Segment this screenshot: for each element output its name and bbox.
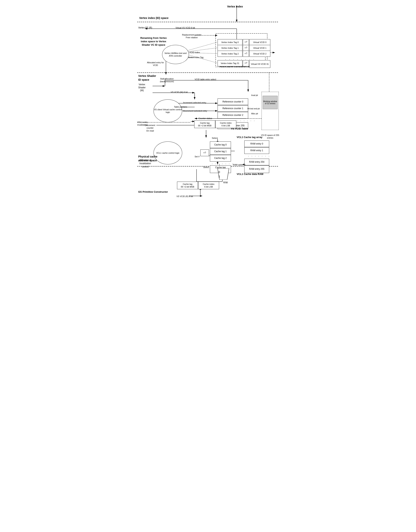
vertex-index-tag-0: Vertex Index Tag 0 bbox=[217, 39, 242, 45]
select-upper-label: Select bbox=[212, 137, 218, 139]
atb-dots: . . . . . . . . bbox=[225, 57, 255, 60]
vs-client-oval: VS client Virtual cache control logic bbox=[153, 99, 182, 122]
vertex-fe-r-label: Vertex FE (R) bbox=[138, 26, 152, 29]
vertex-hit-miss-oval: Vertex Hit/Miss test and ATB controller bbox=[162, 45, 189, 64]
ram-address-label: RAM address bbox=[233, 163, 246, 166]
ref-counter-2: Reference counter 2 bbox=[217, 112, 248, 119]
vertex-index-space-title: Vertex index (ID) space bbox=[139, 16, 169, 20]
ref-counter-0: Reference counter 0 bbox=[217, 98, 248, 105]
increment-label: Increment selected entry bbox=[183, 101, 206, 104]
set-number-label: Set # bbox=[195, 155, 199, 158]
eq-comparator-2: =? bbox=[243, 51, 249, 57]
virtual-vcid-0: Virtual VCID 0 bbox=[249, 39, 270, 45]
vertex-index-tag-31: Vertex Index Tag 31 bbox=[217, 60, 242, 66]
vcl1-cache-tag-array-title: VCL1 Cache tag array bbox=[237, 136, 262, 139]
cache-tag-1-box: Cache tag 1 bbox=[210, 148, 231, 155]
ram-entry-255-box: RAM entry 255 bbox=[244, 165, 269, 173]
eq-comparator-cache: =? bbox=[200, 150, 209, 156]
cache-tag-box-upper: Cache tag00 +2-bit MSB bbox=[194, 120, 215, 128]
eq-comparator-31: =? bbox=[243, 60, 249, 66]
vertex-index-tag-1: Vertex Index Tag 1 bbox=[217, 45, 242, 51]
eq-comparator-0: =? bbox=[243, 39, 249, 45]
vertex-shader-w-label: VertexShader(W) bbox=[138, 83, 146, 92]
vcl1-cache-control-oval: VCL1 cache control logic bbox=[153, 142, 182, 164]
table-pointers-label: Table pointers bbox=[174, 105, 187, 108]
eq-comparator-1: =? bbox=[243, 45, 249, 51]
svg-text:1: 1 bbox=[218, 175, 220, 178]
cache-tag-box-lower: Cache tag00 +2-bit MSB bbox=[177, 182, 198, 189]
working-window: Working window of 32 entries bbox=[263, 96, 278, 109]
vs-id-space-title: Vertex ShaderID space bbox=[138, 74, 156, 82]
alloc-ptr-label: Alloc ptr bbox=[251, 113, 258, 115]
ref-counter-1: Reference counter 1 bbox=[217, 105, 248, 112]
decrement-label: Decrement selected entry bbox=[183, 110, 207, 112]
cache-tag-dots: . . . . . . . bbox=[212, 162, 234, 165]
allocated-entry-label: Allocated entry for VCID bbox=[146, 61, 165, 67]
vs-id-space-label: VS ID space of 255 entries bbox=[260, 134, 281, 139]
vertex-index-tag-2: Vertex Index Tag 2 bbox=[217, 51, 242, 57]
virtual-vcid-1: Virtual VCID 1 bbox=[249, 45, 270, 51]
svg-marker-52 bbox=[217, 168, 229, 180]
vs-vcid-w-label: VS VCID (W) 8 bit bbox=[171, 91, 188, 94]
inval-ptr-label: Inval ptr bbox=[251, 94, 258, 96]
stall-allocation-label: Stall allocation (backpressure) bbox=[157, 77, 176, 83]
hit-test-end-ptr-label: Hit test end ptr bbox=[247, 108, 260, 110]
replacement-pointer-label: Replacement pointer Free rotation bbox=[181, 33, 202, 39]
select-lower-label: Select bbox=[203, 166, 209, 169]
decrement-counter-label: DecrementcounterOn read bbox=[145, 124, 155, 132]
vcl1-cache-data-ram-title: VCL1 Cache data RAM bbox=[237, 173, 263, 176]
vcid-table-entry-select-label: VCID table entry select bbox=[195, 78, 216, 81]
cache-tag-0-box: Cache tag 0 bbox=[210, 142, 231, 148]
virtual-vs-vcid-label: Virtual VS VCID 8 bit bbox=[176, 26, 195, 29]
vertex-index-tag-label: Vertex index Tag bbox=[188, 56, 203, 59]
cache-tag-2-box: Cache tag 2 bbox=[210, 155, 231, 162]
svg-text:0: 0 bbox=[218, 171, 220, 174]
cache-index-box-lower: Cache index6 bit LSB bbox=[198, 182, 219, 189]
rw-label: R/W bbox=[223, 181, 228, 184]
physical-cache-address-title: Physical cacheaddress space bbox=[138, 155, 157, 162]
renaming-label: Renaming from Vertex index space to Vert… bbox=[138, 36, 169, 47]
ram-entry-254-box: RAM entry 254 bbox=[244, 159, 269, 165]
counter-status-label: Counter status bbox=[199, 117, 212, 120]
ram-entry-1-box: RAM entry 1 bbox=[244, 147, 269, 154]
virtual-vcid-2: Virtual VCID 2 bbox=[249, 51, 270, 57]
cache-index-box-upper: Cache index6 bit LSB bbox=[215, 120, 236, 128]
gs-primitive-constructor-label: GS Primitive Constructor bbox=[138, 190, 168, 194]
virtual-vs-vcid-31: Virtual VS VCID 31 bbox=[249, 60, 270, 68]
vcid-index-label: VCID index bbox=[189, 51, 200, 54]
vertex-index-title: Vertex Index bbox=[227, 5, 243, 8]
ram-entry-0-box: RAM entry 0 bbox=[244, 141, 269, 147]
mux-symbol: 0 1 bbox=[216, 168, 231, 180]
ram-dots: . . . . . . . bbox=[248, 154, 270, 157]
